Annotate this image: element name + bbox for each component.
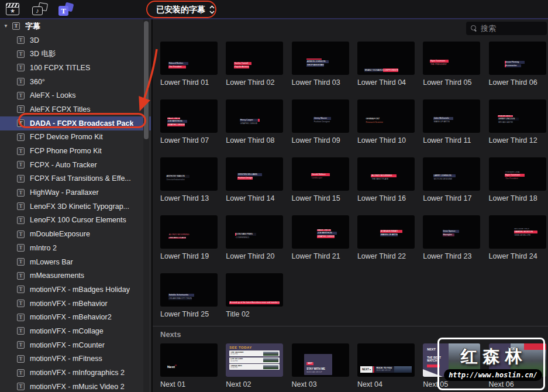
title-thumbnail[interactable]: FRESH NEW YEARLENNY LINCOLNBROADCASTER	[489, 99, 546, 133]
title-item[interactable]: ANTHONY MASONDirector/IndustrialistLower…	[160, 157, 218, 202]
next-item[interactable]: NEXTNext 06	[489, 343, 546, 388]
title-thumbnail[interactable]: GEMMA FONTResearch Scientist	[357, 99, 415, 133]
title-item[interactable]: LARRY JOHNSONMOTION DESIGNERLower Third …	[423, 157, 480, 202]
title-thumbnail[interactable]: PREMIER LEAGUERyan TussmannThe President	[489, 157, 546, 191]
title-thumbnail[interactable]: Drew SpenceHairstylist	[423, 215, 480, 249]
title-item[interactable]: Jalen McDanielsMAKE-UP ARTISTLower Third…	[423, 99, 480, 145]
title-item[interactable]: Jimmy MaurerFashion DesignerLower Third …	[292, 99, 349, 145]
title-thumbnail[interactable]: Edward MathesThe President	[160, 42, 218, 75]
title-thumbnail[interactable]: Ryan TussmannTHE PRESIDENT	[423, 42, 480, 75]
search-input[interactable]	[481, 24, 539, 33]
title-item[interactable]: DONOVAN PINESCONFERENCELower Third 20	[226, 215, 283, 260]
title-thumbnail[interactable]: BROWSE PEOPLEGABRIEL MORTONWEB DEVELOPER	[489, 215, 546, 249]
title-item[interactable]: BROWSE PEOPLEGABRIEL MORTONWEB DEVELOPER…	[489, 215, 546, 260]
sidebar-item[interactable]: TmMeasurements	[0, 269, 151, 283]
title-thumbnail[interactable]: ANTHONY MASONDirector/Industrialist	[160, 157, 218, 191]
next-item[interactable]: SEE TODAYThe Talisman09:00 PMLife on Loa…	[226, 343, 283, 388]
title-thumbnail[interactable]: MAKE THE WORLDJOE BERTHONGRAPHIC DESIGNE…	[292, 215, 349, 249]
sidebar-item[interactable]: TFCP Device Promo Kit	[0, 130, 151, 145]
sidebar-item[interactable]: TmotionVFX - mFitness	[0, 352, 151, 366]
next-thumbnail[interactable]: SEE TODAYThe Talisman09:00 PMLife on Loa…	[226, 343, 283, 377]
title-item[interactable]: ARMON JOHNSONSHOP ASSISTANTLower Third 0…	[292, 42, 349, 87]
effects-clapperboard-icon[interactable]: ★	[6, 3, 19, 15]
next-thumbnail[interactable]: NEXTSTAY WITH MEMUSICIAN GROUP	[292, 343, 349, 377]
title-item[interactable]: MAKE THE WORLDJOE BERTHONGRAPHIC DESIGNE…	[292, 215, 349, 260]
titles-generators-icon[interactable]: T	[58, 3, 74, 16]
sidebar-item[interactable]: T3D 电影	[0, 47, 151, 61]
title-item[interactable]: FRESH NEW YEARLENNY LINCOLNBROADCASTERLo…	[489, 99, 546, 145]
photos-audio-icon[interactable]: ♪	[32, 3, 47, 15]
title-item[interactable]: Sofoklis SchortsanitisOKLAHOMA CITY THUN…	[160, 273, 218, 318]
title-thumbnail[interactable]: LARRY JOHNSONMOTION DESIGNER	[423, 157, 480, 191]
title-thumbnail[interactable]: ARMON JOHNSONSHOP ASSISTANT	[292, 42, 349, 75]
title-item[interactable]: Gerald WallaceLandscaperLower Third 15	[292, 157, 349, 202]
sidebar-item[interactable]: TAleFX FCPX Titles	[0, 102, 151, 116]
title-thumbnail[interactable]: A round-up of the latest Barcelona news …	[226, 273, 283, 307]
title-item[interactable]: PREMIER LEAGUERyan TussmannThe President…	[489, 157, 546, 202]
next-item[interactable]: NEXTSTAY WITH MEMUSICIAN GROUPNext 03	[292, 343, 349, 388]
title-item[interactable]: Sashia TramellPopular ActressLower Third…	[226, 42, 283, 87]
title-item[interactable]: Henry CooperGRAPHIC DESIGNERLower Third …	[226, 99, 283, 145]
title-thumbnail[interactable]: Sofoklis SchortsanitisOKLAHOMA CITY THUN…	[160, 273, 218, 307]
title-thumbnail[interactable]: BRANLY EDWARDS CHIPFORESTER	[357, 42, 415, 75]
title-thumbnail[interactable]: Jessie FlemingScreenwriter	[489, 42, 546, 75]
sidebar-item[interactable]: T3D	[0, 33, 151, 47]
sidebar-item[interactable]: TmotionVFX - mInfographics 2	[0, 366, 151, 380]
installed-titles-dropdown[interactable]: 已安装的字幕	[151, 2, 219, 17]
title-item[interactable]: BRANLY EDWARDS CHIPFORESTERLower Third 0…	[357, 42, 415, 87]
sidebar-item[interactable]: TmotionVFX - mBehavior	[0, 297, 151, 311]
title-item[interactable]: Drew SpenceHairstylistLower Third 23	[423, 215, 480, 260]
next-thumbnail[interactable]: NEXTTHE BEST MATCH	[423, 343, 480, 377]
next-item[interactable]: NEXT ▸ROCK TO YOUMUSICIAN GROUPNext 04	[357, 343, 415, 388]
title-item[interactable]: Jessie FlemingScreenwriterLower Third 06	[489, 42, 546, 87]
title-thumbnail[interactable]: ALONZO MOURNINGTHE BEST PLAYER	[357, 157, 415, 191]
sidebar-item[interactable]: THighWay - Parallaxer	[0, 185, 151, 200]
sidebar-item[interactable]: T360°	[0, 75, 151, 89]
title-thumbnail[interactable]: Gerald WallaceLandscaper	[292, 157, 349, 191]
title-thumbnail[interactable]: DONOVAN PINESCONFERENCE	[226, 215, 283, 249]
sidebar-item[interactable]: TmIntro 2	[0, 241, 151, 255]
sidebar-item[interactable]: TAleFX - Looks	[0, 88, 151, 102]
title-item[interactable]: ALONZO MOURNINGTHE BEST PLAYERLower Thir…	[160, 215, 218, 260]
next-thumbnail[interactable]: Next®	[160, 343, 218, 377]
title-item[interactable]: FACE THE WORLDJOE BERTHONGRAPHIC DESIGNE…	[160, 99, 218, 145]
next-thumbnail[interactable]: NEXT	[489, 343, 546, 377]
title-thumbnail[interactable]: Henry CooperGRAPHIC DESIGNER	[226, 99, 283, 133]
sidebar-item[interactable]: TmLowers Bar	[0, 255, 151, 269]
sidebar-item[interactable]: T100 FCPX TITLES	[0, 61, 151, 75]
search-field[interactable]	[466, 22, 547, 35]
title-item[interactable]: Edward MathesThe PresidentLower Third 01	[160, 42, 218, 87]
sidebar-item[interactable]: ▼T字幕	[0, 19, 151, 33]
title-thumbnail[interactable]: ALONZO MOURNINGTHE BEST PLAYER	[160, 215, 218, 249]
sidebar-item[interactable]: TmotionVFX - mCollage	[0, 324, 151, 338]
title-item[interactable]: AITANA BONMATÍMAKES OF ARTISTLower Third…	[357, 215, 415, 260]
mini-bar: THE BEST PLAYER	[371, 178, 388, 181]
title-thumbnail[interactable]: AITANA BONMATÍMAKES OF ARTIST	[357, 215, 415, 249]
title-thumbnail[interactable]: Sashia TramellPopular Actress	[226, 42, 283, 75]
title-item[interactable]: ALONZO MOURNINGTHE BEST PLAYERLower Thir…	[357, 157, 415, 202]
disclosure-triangle-icon[interactable]: ▼	[4, 23, 12, 29]
title-thumbnail[interactable]: FACE THE WORLDJOE BERTHONGRAPHIC DESIGNE…	[160, 99, 218, 133]
sidebar-item[interactable]: TFCP Phone Promo Kit	[0, 144, 151, 158]
title-item[interactable]: GEMMA FONTResearch ScientistLower Third …	[357, 99, 415, 145]
sidebar-item[interactable]: TDADA - FCPX Broadcast Pack	[0, 116, 151, 130]
sidebar-item[interactable]: TLenoFX 100 Cursor Elements	[0, 214, 151, 228]
sidebar-item[interactable]: TFCPX - Auto Tracker	[0, 158, 151, 172]
sidebar-item[interactable]: TmotionVFX - mBadges Holiday	[0, 283, 151, 297]
sidebar-item[interactable]: TmotionVFX - mCounter	[0, 338, 151, 352]
title-item[interactable]: KRISTEN WILLIAMSFashion DesignerLower Th…	[226, 157, 283, 202]
title-thumbnail[interactable]: Jimmy MaurerFashion Designer	[292, 99, 349, 133]
title-thumbnail[interactable]: Jalen McDanielsMAKE-UP ARTIST	[423, 99, 480, 133]
next-thumbnail[interactable]: NEXT ▸ROCK TO YOUMUSICIAN GROUP	[357, 343, 415, 377]
title-item[interactable]: A round-up of the latest Barcelona news …	[226, 273, 283, 318]
sidebar-item[interactable]: TFCPX Fast Transitions & Effe...	[0, 172, 151, 186]
next-item[interactable]: NEXTTHE BEST MATCHNext 05	[423, 343, 480, 388]
next-item[interactable]: Next®Next 01	[160, 343, 218, 388]
sidebar-item[interactable]: TmotionVFX - mMusic Video 2	[0, 380, 151, 392]
sidebar-item[interactable]: TLenoFX 3D Kinetic Typograp...	[0, 200, 151, 214]
title-item[interactable]: Ryan TussmannTHE PRESIDENTLower Third 05	[423, 42, 480, 87]
title-thumbnail[interactable]: KRISTEN WILLIAMSFashion Designer	[226, 157, 283, 191]
sidebar-item[interactable]: TmDoubleExposure	[0, 227, 151, 241]
sidebar-scrollbar-thumb[interactable]	[144, 21, 149, 139]
sidebar-item[interactable]: TmotionVFX - mBehavior2	[0, 310, 151, 324]
